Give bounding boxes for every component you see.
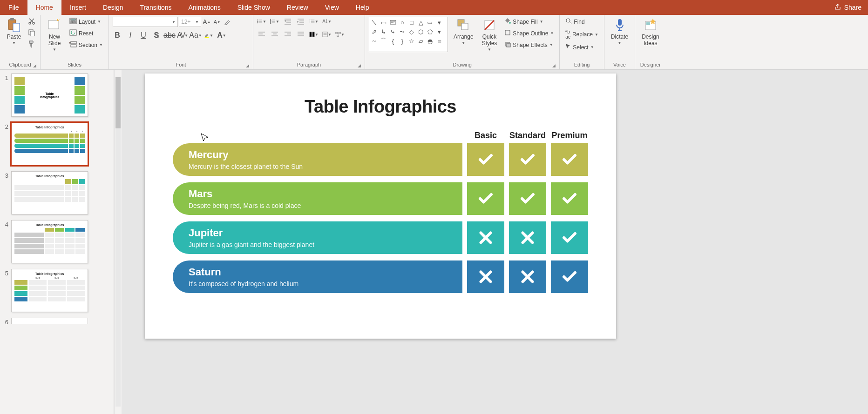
slide-title[interactable]: Table Infographics [173,97,588,117]
text-direction-icon[interactable]: A▼ [322,17,332,26]
decrease-indent-icon[interactable] [283,17,292,26]
line-spacing-icon[interactable]: ▼ [309,17,319,26]
replace-icon: ᵃbac [565,29,570,40]
tab-slideshow[interactable]: Slide Show [229,0,278,15]
cross-cell[interactable] [509,260,546,293]
cut-icon[interactable] [27,17,36,26]
italic-icon[interactable]: I [126,31,135,40]
shape-outline-button[interactable]: Shape Outline▼ [502,28,556,38]
slide-canvas-area[interactable]: Table Infographics BasicStandardPremium … [122,70,868,414]
char-spacing-icon[interactable]: AV▼ [178,31,187,40]
dictate-button[interactable]: Dictate▼ [608,17,631,46]
chevron-down-icon: ▼ [97,20,101,24]
row-title: Mars [189,188,451,200]
align-right-icon[interactable] [283,30,292,39]
tab-transitions[interactable]: Transitions [132,0,180,15]
slide-thumbnail[interactable]: Table Infographics [11,171,88,214]
check-cell[interactable] [551,182,588,215]
decrease-font-icon[interactable]: A▼ [212,17,222,27]
tab-home[interactable]: Home [27,0,61,15]
check-cell[interactable] [509,182,546,215]
tab-help[interactable]: Help [347,0,378,15]
check-cell[interactable] [467,143,504,176]
increase-indent-icon[interactable] [296,17,305,26]
svg-point-18 [258,21,258,22]
shadow-icon[interactable]: S [152,31,161,40]
shapes-gallery[interactable]: ＼▭○□△⇨▾ ⬀↳⤷⤳◇⬡⬠▾ ～⌒{}☆▱◓≡ [369,17,448,52]
row-pill[interactable]: JupiterJupiter is a gas giant and the bi… [173,221,462,254]
slide-thumbnail[interactable]: Table InfographicsCol 1Col 2Col 3 [11,269,88,312]
align-text-icon[interactable]: ▼ [322,30,332,39]
tab-insert[interactable]: Insert [61,0,95,15]
bold-icon[interactable]: B [113,31,122,40]
arrange-button[interactable]: Arrange▼ [451,17,476,46]
copy-icon[interactable] [27,28,36,37]
strike-icon[interactable]: abc [165,31,174,40]
justify-icon[interactable] [296,30,305,39]
thumbnail-scrollbar[interactable] [114,70,122,414]
share-button[interactable]: Share [827,3,868,12]
cross-cell[interactable] [467,260,504,293]
columns-icon[interactable]: ▼ [309,30,319,39]
replace-button[interactable]: ᵃbacReplace▼ [563,28,600,40]
font-name-combo[interactable]: ▼ [113,17,178,27]
row-pill[interactable]: MercuryMercury is the closest planet to … [173,143,462,176]
check-cell[interactable] [551,221,588,254]
shape-effects-button[interactable]: Shape Effects▼ [502,40,556,50]
reset-button[interactable]: Reset [68,28,105,38]
section-button[interactable]: Section▼ [68,40,105,50]
quick-styles-button[interactable]: Quick Styles▼ [479,17,500,53]
cross-cell[interactable] [467,221,504,254]
select-button[interactable]: Select▼ [563,42,600,52]
clear-format-icon[interactable] [223,17,232,27]
new-slide-button[interactable]: New Slide ▼ [44,17,65,53]
design-ideas-button[interactable]: Design Ideas [639,17,662,47]
smartart-icon[interactable]: ▼ [335,30,345,39]
font-color-icon[interactable]: A▼ [217,31,226,40]
shape-fill-button[interactable]: Shape Fill▼ [502,17,556,27]
align-left-icon[interactable] [257,30,266,39]
highlight-icon[interactable]: ▼ [204,31,213,40]
dialog-launcher-icon[interactable]: ◢ [33,63,36,68]
dialog-launcher-icon[interactable]: ◢ [246,63,249,68]
paste-label: Paste [7,33,21,40]
check-cell[interactable] [467,182,504,215]
slide-thumbnail[interactable]: Table Infographics [11,73,88,117]
dialog-launcher-icon[interactable]: ◢ [552,63,556,68]
tab-view[interactable]: View [317,0,347,15]
tab-design[interactable]: Design [95,0,132,15]
table-row[interactable]: MarsDespite being red, Mars is a cold pl… [173,182,588,215]
slide-thumbnail[interactable] [11,318,88,324]
increase-font-icon[interactable]: A▲ [202,17,211,27]
table-row[interactable]: SaturnIt's composed of hydrogen and heli… [173,260,588,293]
check-cell[interactable] [551,143,588,176]
tab-file[interactable]: File [0,0,27,15]
format-painter-icon[interactable] [27,39,36,48]
quick-styles-icon [482,18,497,33]
find-button[interactable]: Find [563,17,600,27]
tab-animations[interactable]: Animations [180,0,229,15]
numbering-icon[interactable]: 123▼ [270,17,279,26]
table-row[interactable]: MercuryMercury is the closest planet to … [173,143,588,176]
row-title: Saturn [189,266,451,278]
paste-button[interactable]: Paste ▼ [4,17,24,46]
table-row[interactable]: JupiterJupiter is a gas giant and the bi… [173,221,588,254]
bullets-icon[interactable]: ▼ [257,17,266,26]
font-size-combo[interactable]: 12+▼ [179,17,201,27]
infographic-table[interactable]: BasicStandardPremium MercuryMercury is t… [173,131,588,293]
underline-icon[interactable]: U [139,31,148,40]
change-case-icon[interactable]: Aa▼ [191,31,200,40]
layout-button[interactable]: Layout▼ [68,17,105,27]
group-voice: Dictate▼ Voice [604,15,635,69]
slide[interactable]: Table Infographics BasicStandardPremium … [145,73,616,339]
row-pill[interactable]: SaturnIt's composed of hydrogen and heli… [173,260,462,293]
check-cell[interactable] [551,260,588,293]
slide-thumbnail[interactable]: Table Infographics [11,220,88,263]
tab-review[interactable]: Review [278,0,317,15]
align-center-icon[interactable] [270,30,279,39]
check-cell[interactable] [509,143,546,176]
row-pill[interactable]: MarsDespite being red, Mars is a cold pl… [173,182,462,215]
cross-cell[interactable] [509,221,546,254]
dialog-launcher-icon[interactable]: ◢ [358,63,361,68]
slide-thumbnail[interactable]: Table InfographicsBSP [11,122,88,166]
